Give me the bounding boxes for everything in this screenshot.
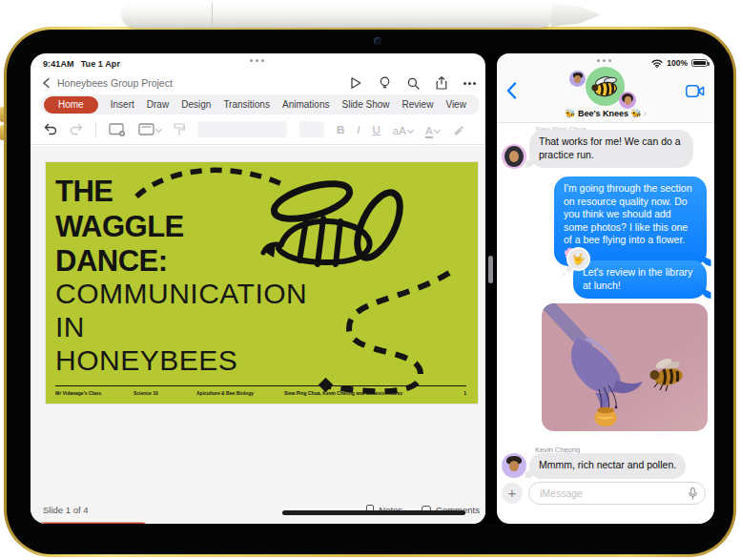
tab-draw[interactable]: Draw bbox=[147, 99, 169, 110]
tab-insert[interactable]: Insert bbox=[111, 99, 134, 110]
text-size-button[interactable]: aA bbox=[393, 121, 413, 138]
bold-button[interactable]: B bbox=[337, 124, 344, 135]
italic-button[interactable]: I bbox=[357, 124, 360, 135]
slide-counter: Slide 1 of 4 bbox=[43, 505, 89, 515]
message-bubble-received-2[interactable]: Mmmm, rich nectar and pollen. bbox=[529, 453, 686, 479]
status-bar-right: 100% bbox=[651, 58, 708, 68]
slide-editor-canvas[interactable]: THE WAGGLE DANCE: COMMUNICATION IN HONEY… bbox=[31, 146, 485, 524]
tab-animations[interactable]: Animations bbox=[282, 99, 329, 110]
tab-review[interactable]: Review bbox=[402, 99, 434, 110]
status-bar-left: 9:41AMTue 1 Apr bbox=[43, 59, 120, 69]
footer-subject: Apiculture & Bee Biology bbox=[196, 390, 254, 396]
chevron-down-icon bbox=[407, 126, 414, 133]
footer-course: Science 10 bbox=[134, 390, 158, 396]
waggle-dashed-paths bbox=[46, 162, 478, 404]
chevron-down-icon bbox=[434, 126, 441, 133]
window-drag-handle[interactable] bbox=[597, 59, 611, 62]
ribbon-tabs: Home Insert Draw Design Transitions Anim… bbox=[40, 94, 480, 114]
tab-home[interactable]: Home bbox=[44, 96, 98, 114]
slide-status-row: Slide 1 of 4 Notes Comments bbox=[31, 500, 485, 519]
bee-flower-photo bbox=[542, 303, 708, 431]
front-camera bbox=[374, 37, 381, 45]
back-chevron-icon[interactable] bbox=[41, 77, 52, 89]
conversation-title[interactable]: 🐝 Bee's Knees 🐝› bbox=[497, 109, 714, 118]
chevron-right-icon: › bbox=[644, 109, 647, 118]
more-options-icon[interactable] bbox=[463, 82, 476, 85]
apple-pencil-tip bbox=[551, 3, 601, 27]
slide-1-main[interactable]: THE WAGGLE DANCE: COMMUNICATION IN HONEY… bbox=[46, 162, 478, 404]
redo-icon[interactable] bbox=[70, 123, 83, 135]
bee-avatar-art bbox=[591, 75, 620, 98]
layout-picker[interactable] bbox=[138, 123, 161, 135]
footer-class: Mr Vidanage's Class bbox=[55, 390, 101, 396]
messages-window: Siew Ping Chua That works for me! We can… bbox=[497, 53, 714, 524]
share-icon[interactable] bbox=[436, 76, 447, 90]
new-slide-icon[interactable] bbox=[109, 123, 126, 136]
battery-icon bbox=[691, 59, 708, 68]
tab-slideshow[interactable]: Slide Show bbox=[341, 99, 389, 110]
ipad-screen: 9:41AMTue 1 Apr Honeybees Group Project … bbox=[31, 53, 714, 524]
honey-pot bbox=[594, 407, 617, 426]
avatar-siew-ping-chua[interactable] bbox=[502, 144, 526, 169]
powerpoint-window: 9:41AMTue 1 Apr Honeybees Group Project … bbox=[31, 53, 485, 524]
avatar-kevin-cheong[interactable] bbox=[502, 453, 526, 478]
back-chevron-icon[interactable] bbox=[506, 82, 517, 99]
member-avatar-small-top[interactable] bbox=[569, 71, 586, 87]
status-time: 9:41AM bbox=[43, 59, 74, 69]
split-view-divider-handle[interactable] bbox=[488, 256, 493, 283]
slide-footer-rule bbox=[55, 385, 466, 386]
apple-pencil bbox=[122, 2, 553, 28]
undo-icon[interactable] bbox=[44, 123, 57, 135]
chevron-down-icon bbox=[155, 126, 162, 133]
highlighter-icon[interactable] bbox=[452, 123, 464, 135]
member-avatar-small-bottom[interactable] bbox=[619, 92, 636, 109]
imessage-placeholder: iMessage bbox=[540, 487, 689, 499]
microphone-icon[interactable] bbox=[689, 487, 697, 500]
formatting-toolbar: B I U aA A bbox=[31, 114, 485, 145]
wifi-icon bbox=[651, 59, 663, 68]
message-bubble-received-1[interactable]: That works for me! We can do a practice … bbox=[529, 130, 693, 168]
tab-transitions[interactable]: Transitions bbox=[223, 99, 270, 110]
footer-authors: Siew Ping Chua, Kevin Cheong and Genesis… bbox=[284, 390, 402, 396]
font-name-field[interactable] bbox=[197, 121, 287, 137]
message-input-row: + iMessage bbox=[497, 481, 714, 509]
battery-percent: 100% bbox=[667, 58, 688, 68]
imessage-input[interactable]: iMessage bbox=[528, 482, 706, 505]
message-bubble-sent-2[interactable]: Let's review in the library at lunch! bbox=[573, 260, 707, 299]
document-title[interactable]: Honeybees Group Project bbox=[57, 77, 173, 89]
font-size-field[interactable] bbox=[299, 121, 324, 137]
window-drag-handle[interactable] bbox=[250, 59, 264, 62]
search-icon[interactable] bbox=[407, 77, 420, 90]
add-attachment-button[interactable]: + bbox=[502, 483, 523, 504]
slide-page-number: 1 bbox=[463, 390, 466, 396]
font-color-button[interactable]: A bbox=[425, 121, 440, 138]
facetime-video-icon[interactable] bbox=[686, 85, 705, 97]
ideas-lightbulb-icon[interactable] bbox=[379, 76, 391, 90]
apple-pencil-cap-seam bbox=[212, 3, 213, 27]
scene: 9:41AMTue 1 Apr Honeybees Group Project … bbox=[0, 0, 741, 560]
tab-view[interactable]: View bbox=[445, 99, 466, 110]
status-date: Tue 1 Apr bbox=[81, 59, 120, 69]
format-painter-icon[interactable] bbox=[174, 123, 185, 136]
underline-button[interactable]: U bbox=[373, 124, 381, 135]
photo-attachment-bee-flower[interactable] bbox=[542, 303, 708, 431]
conversation-scroll[interactable]: Siew Ping Chua That works for me! We can… bbox=[497, 53, 714, 524]
play-slideshow-icon[interactable] bbox=[349, 76, 362, 90]
messages-header: 100% bbox=[497, 53, 714, 123]
tab-design[interactable]: Design bbox=[181, 99, 211, 110]
tapback-reaction[interactable]: 🤟 bbox=[566, 247, 590, 271]
home-indicator[interactable] bbox=[282, 510, 465, 515]
